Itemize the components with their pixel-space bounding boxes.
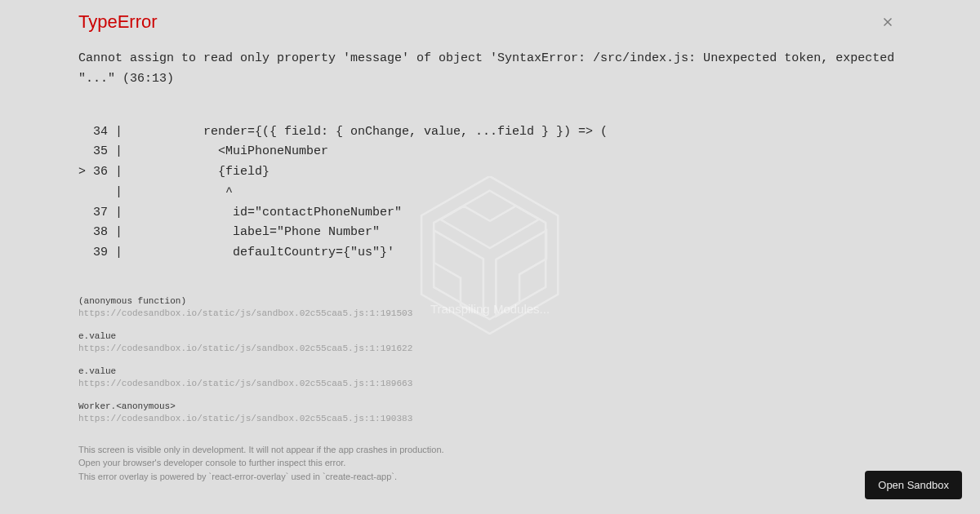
stack-frame: e.value https://codesandbox.io/static/js… bbox=[78, 366, 902, 388]
stack-frame: e.value https://codesandbox.io/static/js… bbox=[78, 331, 902, 353]
stack-frame-name: Worker.<anonymous> bbox=[78, 401, 902, 411]
stack-frame-source: https://codesandbox.io/static/js/sandbox… bbox=[78, 343, 902, 353]
footer-line: This screen is visible only in developme… bbox=[78, 443, 902, 457]
stack-frame-source: https://codesandbox.io/static/js/sandbox… bbox=[78, 308, 902, 318]
footer-line: This error overlay is powered by `react-… bbox=[78, 470, 902, 484]
stack-frame-name: e.value bbox=[78, 366, 902, 376]
stack-frame-name: (anonymous function) bbox=[78, 296, 902, 306]
stack-frame: Worker.<anonymous> https://codesandbox.i… bbox=[78, 401, 902, 423]
close-icon bbox=[880, 15, 895, 29]
footer-note: This screen is visible only in developme… bbox=[78, 443, 902, 484]
stack-frame-source: https://codesandbox.io/static/js/sandbox… bbox=[78, 379, 902, 388]
error-message: Cannot assign to read only property 'mes… bbox=[78, 49, 902, 90]
stacktrace: (anonymous function) https://codesandbox… bbox=[78, 296, 902, 423]
error-title: TypeError bbox=[78, 11, 158, 33]
stack-frame-name: e.value bbox=[78, 331, 902, 341]
error-code-snippet: 34 | render={({ field: { onChange, value… bbox=[78, 122, 902, 264]
open-sandbox-button[interactable]: Open Sandbox bbox=[865, 471, 962, 499]
stack-frame: (anonymous function) https://codesandbox… bbox=[78, 296, 902, 318]
close-button[interactable] bbox=[877, 11, 898, 33]
stack-frame-source: https://codesandbox.io/static/js/sandbox… bbox=[78, 414, 902, 423]
footer-line: Open your browser's developer console to… bbox=[78, 456, 902, 470]
